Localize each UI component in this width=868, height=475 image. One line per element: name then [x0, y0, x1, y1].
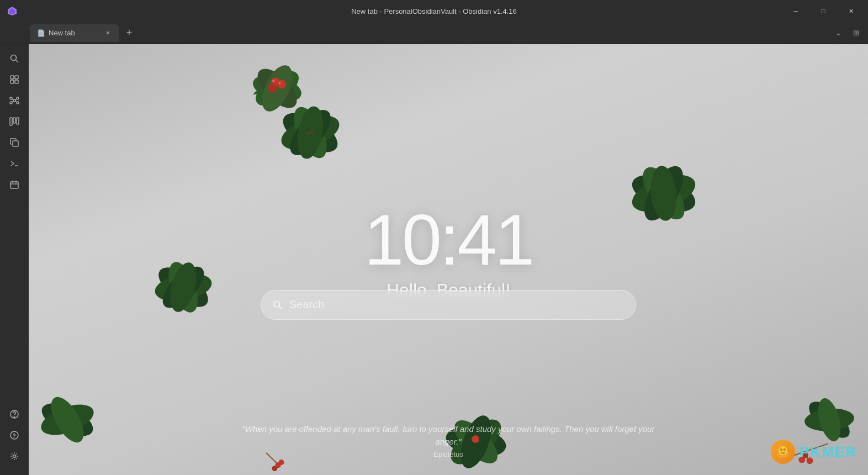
svg-rect-17 — [10, 118, 12, 125]
sidebar-item-calendar[interactable] — [4, 175, 24, 194]
svg-text:?: ? — [13, 433, 16, 439]
svg-line-14 — [15, 99, 17, 100]
quote-text: "When you are offended at any man's faul… — [239, 423, 658, 448]
tab-label: New tab — [49, 29, 75, 37]
maximize-button[interactable]: □ — [811, 3, 836, 19]
svg-point-8 — [13, 99, 15, 102]
title-bar-controls: ─ □ ✕ — [783, 3, 868, 19]
sidebar-item-graph[interactable] — [4, 91, 24, 110]
sidebar-item-settings[interactable] — [4, 446, 24, 466]
svg-point-82 — [784, 448, 786, 451]
svg-point-11 — [10, 102, 12, 104]
svg-point-9 — [10, 97, 12, 99]
svg-point-81 — [780, 448, 783, 451]
svg-rect-19 — [17, 118, 19, 124]
app-icon — [7, 6, 18, 17]
clock: 10:41 — [364, 204, 532, 276]
content-area: 10:41 Hello, Beautiful! "When you are of… — [29, 44, 868, 475]
svg-rect-22 — [10, 182, 18, 188]
sidebar-bottom: ? — [4, 404, 24, 471]
svg-rect-5 — [15, 76, 18, 79]
svg-point-77 — [274, 301, 279, 307]
title-bar-left — [0, 6, 22, 17]
svg-point-2 — [11, 55, 17, 61]
sidebar-item-help-circle[interactable] — [4, 404, 24, 424]
svg-rect-6 — [10, 80, 14, 83]
sidebar: ? — [0, 44, 29, 475]
tab-new-tab[interactable]: 📄 New tab ✕ — [30, 24, 119, 42]
search-bar[interactable] — [261, 290, 636, 320]
layout-button[interactable]: ⊞ — [848, 25, 864, 41]
sidebar-item-copy[interactable] — [4, 133, 24, 152]
pkmer-text: PKMER — [800, 444, 857, 461]
tab-file-icon: 📄 — [37, 29, 45, 37]
search-bar-wrapper — [261, 290, 636, 320]
sidebar-item-terminal[interactable] — [4, 154, 24, 173]
svg-line-13 — [12, 99, 13, 100]
sidebar-item-search[interactable] — [4, 49, 24, 68]
tab-list-button[interactable]: ⌄ — [830, 25, 846, 41]
svg-point-30 — [13, 455, 16, 458]
sidebar-item-help[interactable]: ? — [4, 425, 24, 445]
tab-close-button[interactable]: ✕ — [103, 29, 112, 38]
svg-point-83 — [781, 452, 785, 454]
svg-point-27 — [14, 416, 15, 418]
svg-point-12 — [17, 102, 19, 104]
svg-rect-20 — [13, 141, 18, 146]
search-icon — [272, 299, 283, 310]
tab-bar-right-controls: ⌄ ⊞ — [830, 25, 868, 41]
svg-rect-18 — [13, 118, 15, 123]
quote-area: "When you are offended at any man's faul… — [239, 423, 658, 458]
center-content: 10:41 Hello, Beautiful! — [364, 204, 532, 300]
svg-line-15 — [12, 101, 13, 102]
minimize-button[interactable]: ─ — [783, 3, 808, 19]
main-layout: ? — [0, 44, 868, 475]
search-input[interactable] — [289, 298, 624, 311]
svg-point-10 — [17, 97, 19, 99]
pkmer-logo: PKMER — [771, 440, 857, 464]
svg-rect-4 — [10, 76, 14, 79]
sidebar-item-kanban[interactable] — [4, 112, 24, 131]
svg-line-16 — [15, 101, 17, 102]
svg-rect-7 — [15, 80, 18, 83]
tab-bar: 📄 New tab ✕ + ⌄ ⊞ — [0, 22, 868, 44]
quote-author: Epictetus — [239, 450, 658, 458]
svg-line-78 — [279, 306, 282, 309]
new-tab-button[interactable]: + — [121, 25, 137, 41]
svg-line-3 — [16, 60, 19, 63]
title-bar: New tab - PersonalObsidianVault - Obsidi… — [0, 0, 868, 22]
close-button[interactable]: ✕ — [838, 3, 864, 19]
pkmer-icon — [771, 440, 795, 464]
sidebar-item-bookmarks[interactable] — [4, 70, 24, 89]
title-bar-title: New tab - PersonalObsidianVault - Obsidi… — [351, 7, 517, 15]
